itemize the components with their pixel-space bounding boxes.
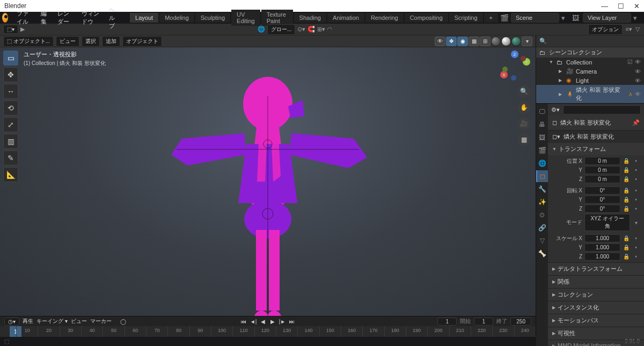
scale-z[interactable]: 1.000	[584, 253, 620, 261]
proptab-scene[interactable]: 🎬	[536, 145, 548, 156]
cursor-tool-icon[interactable]: ▶	[20, 26, 25, 33]
play-icon[interactable]: ▶	[268, 317, 277, 326]
mode-selector[interactable]: ⬚ オブジェクト...	[3, 36, 54, 47]
tab-compositing[interactable]: Compositing	[405, 13, 448, 23]
eye-icon[interactable]: 👁	[635, 68, 641, 75]
location-z[interactable]: 0 m	[584, 175, 620, 183]
outliner-armature[interactable]: ▶🧍燐火 和装 形状変化 ⋏👁	[536, 85, 644, 103]
timeline-ruler[interactable]: 1020304050607080901001101201301401501601…	[0, 326, 536, 337]
outliner-editor-icon[interactable]: ≡▾	[626, 26, 632, 33]
rendered-shading[interactable]	[511, 37, 521, 46]
add-menu[interactable]: 追加	[102, 36, 120, 47]
tab-rendering[interactable]: Rendering	[365, 13, 404, 23]
checkbox-icon[interactable]: ☑	[627, 59, 633, 66]
lock-scale-x[interactable]: 🔒	[623, 235, 630, 241]
menu-help[interactable]: ヘルプ	[105, 5, 124, 31]
outliner-scene-collection[interactable]: 🗀シーンコレクション	[536, 47, 644, 57]
outliner-light[interactable]: ▶◉Light 👁	[536, 76, 644, 85]
property-search[interactable]	[563, 105, 641, 114]
proptab-physics[interactable]: ⊙	[536, 209, 548, 221]
object-menu[interactable]: オブジェクト	[122, 36, 162, 47]
zoom-icon[interactable]: 🔍	[517, 85, 530, 98]
tab-sculpting[interactable]: Sculpting	[195, 13, 230, 23]
keyframe-next-icon[interactable]: |►	[278, 317, 287, 326]
pin-icon[interactable]: 📌	[632, 119, 640, 126]
snap-icon[interactable]: 🧲	[308, 26, 315, 33]
end-frame[interactable]: 250	[510, 318, 531, 326]
proptab-particles[interactable]: ✨	[536, 196, 548, 208]
view-menu[interactable]: ビュー	[56, 36, 79, 47]
outliner-search-icon[interactable]: 🔍	[539, 38, 547, 45]
nav-gizmo[interactable]: Z Y X	[500, 51, 530, 81]
tab-layout[interactable]: Layout	[130, 13, 158, 23]
keying-menu[interactable]: キーイング ▾	[36, 318, 68, 325]
tool-cursor[interactable]: ✥	[3, 67, 18, 82]
proptab-world[interactable]: 🌐	[536, 157, 548, 169]
scene-browse-icon[interactable]: ▾	[561, 14, 570, 22]
solid-shading[interactable]	[491, 37, 501, 46]
location-x[interactable]: 0 m	[584, 157, 620, 165]
jump-start-icon[interactable]: ⏮	[239, 317, 248, 326]
selectability-icon[interactable]: 👁	[435, 37, 445, 46]
menu-render[interactable]: レンダー	[53, 9, 76, 27]
tool-rotate[interactable]: ⟲	[3, 100, 18, 116]
breadcrumb[interactable]: ◻燐火 和装 形状変化📌	[548, 116, 644, 131]
toggle-ortho-icon[interactable]: ▦	[517, 133, 530, 146]
panel-motion-paths[interactable]: モーションパス	[558, 316, 599, 325]
proptab-viewlayer[interactable]: 🖼	[536, 132, 548, 143]
menu-window[interactable]: ウィンドウ	[77, 9, 104, 27]
character-model[interactable]	[150, 74, 386, 316]
outliner-collection[interactable]: ▼🗀Collection ☑👁	[536, 57, 644, 67]
lock-loc-z[interactable]: 🔒	[623, 176, 630, 182]
scale-x[interactable]: 1.000	[584, 234, 620, 242]
tab-scripting[interactable]: Scripting	[449, 13, 483, 23]
eye-icon[interactable]: 👁	[635, 77, 641, 84]
select-menu[interactable]: 選択	[82, 36, 100, 47]
lock-rot-z[interactable]: 🔒	[623, 206, 630, 212]
lock-scale-z[interactable]: 🔒	[623, 254, 630, 260]
proptab-render[interactable]: 🖵	[536, 106, 548, 118]
scale-y[interactable]: 1.000	[584, 243, 620, 251]
rotation-z[interactable]: 0°	[584, 205, 620, 213]
orientation-icon[interactable]: 🌐	[258, 26, 265, 33]
editor-type-button[interactable]: ⬚▾	[3, 25, 18, 34]
prop-editor-icon[interactable]: ⚙▾	[551, 106, 560, 113]
tab-add[interactable]: +	[484, 13, 498, 23]
maximize-button[interactable]: ☐	[618, 2, 624, 10]
tab-animation[interactable]: Animation	[327, 13, 364, 23]
viewlayer-browse-icon[interactable]: ▾	[633, 14, 642, 22]
xray-icon[interactable]: ▦	[469, 37, 479, 46]
panel-instancing[interactable]: インスタンス化	[558, 304, 599, 312]
lock-rot-x[interactable]: 🔒	[623, 188, 630, 193]
play-reverse-icon[interactable]: ◀	[259, 317, 267, 326]
panel-collections[interactable]: コレクション	[558, 291, 593, 299]
pan-icon[interactable]: ✋	[517, 101, 530, 114]
lock-scale-y[interactable]: 🔒	[623, 244, 630, 250]
tool-move[interactable]: ↔	[3, 84, 18, 99]
keyframe-prev-icon[interactable]: ◄|	[249, 317, 258, 326]
tool-transform[interactable]: ▥	[3, 134, 18, 149]
panel-relations[interactable]: 関係	[558, 278, 569, 286]
tab-texture[interactable]: Texture Paint	[261, 10, 293, 26]
proptab-data[interactable]: ▽	[536, 235, 548, 247]
lock-loc-y[interactable]: 🔒	[623, 167, 630, 173]
proptab-constraints[interactable]: 🔗	[536, 222, 548, 234]
transform-orientation[interactable]: グロー...	[267, 24, 295, 35]
camera-view-icon[interactable]: 🎥	[517, 117, 530, 130]
minimize-button[interactable]: —	[601, 2, 608, 10]
tool-scale[interactable]: ⤢	[3, 117, 18, 132]
options-button[interactable]: オプション	[588, 24, 623, 35]
gizmo-icon[interactable]: ✥	[446, 37, 457, 46]
filter-icon[interactable]: ▽	[635, 26, 640, 33]
panel-delta-transform[interactable]: デルタトランスフォーム	[558, 265, 623, 273]
panel-mmd[interactable]: MMD Model Information	[558, 342, 620, 346]
viewlayer-field[interactable]: View Layer	[583, 13, 631, 23]
playback-menu[interactable]: 再生	[23, 318, 33, 325]
transform-panel-title[interactable]: トランスフォーム	[559, 145, 606, 153]
tool-select-box[interactable]: ▭	[3, 51, 18, 66]
snap-type-icon[interactable]: ⊞▾	[317, 26, 325, 33]
close-button[interactable]: ✕	[634, 2, 640, 10]
tab-modeling[interactable]: Modeling	[159, 13, 194, 23]
rotation-y[interactable]: 0°	[584, 196, 620, 204]
eye-icon[interactable]: 👁	[635, 59, 641, 66]
